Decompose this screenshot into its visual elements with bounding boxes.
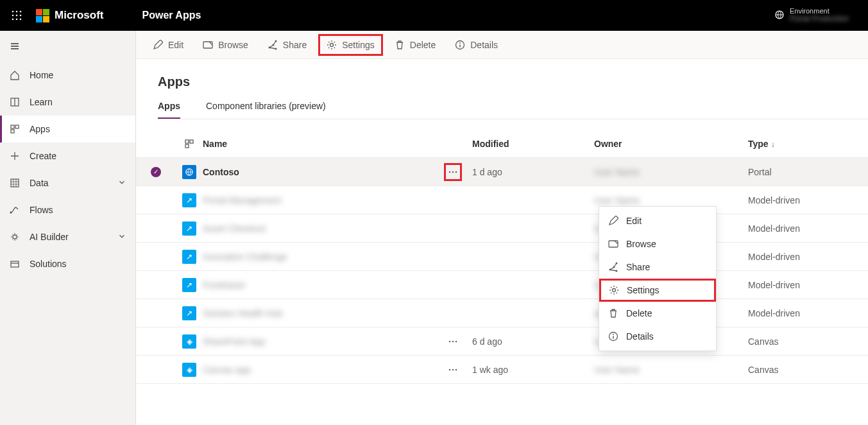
table-row[interactable]: ↗Innovation ChallengeUser NameModel-driv… — [136, 243, 868, 271]
microsoft-logo-text: Microsoft — [55, 9, 104, 22]
svg-point-28 — [20, 19, 22, 21]
svg-point-23 — [12, 15, 14, 17]
microsoft-logo[interactable]: Microsoft — [36, 9, 104, 22]
sidebar-item-label: AI Builder — [30, 232, 69, 242]
sidebar-collapse-button[interactable] — [0, 31, 135, 62]
type-cell: Portal — [748, 167, 851, 177]
sidebar-item-ai-builder[interactable]: AI Builder — [0, 223, 135, 250]
share-button[interactable]: Share — [260, 35, 314, 55]
sidebar-item-flows[interactable]: Flows — [0, 196, 135, 223]
apps-icon — [9, 123, 21, 135]
svg-point-24 — [16, 15, 18, 17]
tab-component-libraries[interactable]: Component libraries (preview) — [206, 101, 326, 119]
table-row[interactable]: ↗Portal ManagementUser NameModel-driven — [136, 186, 868, 214]
delete-button[interactable]: Delete — [387, 35, 443, 55]
button-label: Details — [470, 40, 498, 50]
column-header-owner[interactable]: Owner — [594, 139, 748, 149]
owner-cell: User Name — [594, 167, 748, 177]
app-type-icon: ↗ — [182, 306, 196, 320]
browse-button[interactable]: Browse — [195, 35, 256, 55]
button-label: Browse — [218, 40, 248, 50]
table-header: Name Modified Owner Type↓ — [136, 130, 868, 158]
menu-item-label: Edit — [626, 216, 642, 226]
details-button[interactable]: Details — [447, 35, 506, 55]
app-name[interactable]: Solution Health Hub — [203, 308, 434, 318]
tab-bar: Apps Component libraries (preview) — [158, 101, 868, 119]
menu-item-label: Browse — [626, 239, 656, 249]
more-actions-button[interactable] — [444, 333, 462, 351]
svg-point-26 — [12, 19, 14, 21]
context-browse[interactable]: Browse — [599, 232, 716, 256]
environment-icon — [774, 10, 785, 22]
app-name[interactable]: Portal Management — [203, 195, 434, 205]
hamburger-icon — [9, 40, 21, 52]
column-header-modified[interactable]: Modified — [472, 139, 594, 149]
type-cell: Model-driven — [748, 252, 851, 262]
type-cell: Model-driven — [748, 308, 851, 318]
home-icon — [9, 69, 21, 81]
plus-icon — [9, 150, 21, 162]
apps-table: Name Modified Owner Type↓ ✓Contoso1 d ag… — [136, 130, 868, 384]
menu-item-label: Delete — [626, 308, 652, 318]
context-settings[interactable]: Settings — [599, 279, 716, 302]
environment-picker[interactable]: Environment Portal Production — [774, 7, 849, 23]
context-edit[interactable]: Edit — [599, 209, 716, 232]
table-row[interactable]: ↗Solution Health HubsystemModel-driven — [136, 299, 868, 327]
app-type-icon: ◈ — [182, 363, 196, 377]
button-label: Edit — [168, 40, 183, 50]
type-cell: Canvas — [748, 336, 851, 347]
app-type-icon — [182, 165, 196, 179]
column-header-type[interactable]: Type↓ — [748, 139, 851, 149]
modified-cell: 6 d ago — [472, 336, 594, 347]
context-details[interactable]: Details — [599, 325, 716, 348]
sidebar-item-apps[interactable]: Apps — [0, 116, 135, 143]
type-cell: Model-driven — [748, 223, 851, 234]
sidebar-item-data[interactable]: Data — [0, 169, 135, 196]
sort-descending-icon: ↓ — [771, 140, 775, 149]
app-type-icon: ↗ — [182, 250, 196, 264]
owner-cell: User Name — [594, 195, 748, 205]
app-name[interactable]: SharePoint App — [203, 336, 434, 347]
settings-button[interactable]: Settings — [318, 34, 383, 56]
context-delete[interactable]: Delete — [599, 302, 716, 325]
product-name[interactable]: Power Apps — [142, 10, 201, 21]
waffle-icon[interactable] — [6, 5, 27, 26]
app-name[interactable]: Asset Checkout — [203, 223, 434, 234]
sidebar-item-solutions[interactable]: Solutions — [0, 250, 135, 277]
sidebar-item-learn[interactable]: Learn — [0, 89, 135, 116]
app-type-icon: ↗ — [182, 221, 196, 236]
button-label: Settings — [342, 40, 375, 50]
environment-name: Portal Production — [790, 15, 849, 23]
sidebar-item-label: Data — [30, 178, 49, 188]
modified-cell: 1 d ago — [472, 167, 594, 177]
table-row[interactable]: ◈SharePoint App6 d agoUser NameCanvas — [136, 327, 868, 356]
page-title: Apps — [158, 74, 868, 89]
type-cell: Model-driven — [748, 280, 851, 290]
table-row[interactable]: ↗Asset CheckoutUser NameModel-driven — [136, 214, 868, 243]
tab-apps[interactable]: Apps — [158, 101, 180, 119]
svg-point-25 — [20, 15, 22, 17]
menu-item-label: Settings — [627, 285, 660, 295]
table-row[interactable]: ◈Canvas app1 wk agoUser NameCanvas — [136, 356, 868, 384]
app-name[interactable]: Fundraiser — [203, 280, 434, 290]
app-name[interactable]: Contoso — [203, 167, 434, 177]
chevron-down-icon — [117, 178, 126, 189]
app-name[interactable]: Canvas app — [203, 365, 434, 375]
more-actions-button[interactable] — [444, 163, 462, 181]
edit-button[interactable]: Edit — [145, 35, 191, 55]
sidebar-item-create[interactable]: Create — [0, 143, 135, 169]
sidebar-item-home[interactable]: Home — [0, 62, 135, 89]
selected-checkmark-icon[interactable]: ✓ — [151, 167, 161, 177]
svg-point-21 — [16, 11, 18, 13]
data-icon — [9, 177, 21, 189]
table-row[interactable]: ✓Contoso1 d agoUser NamePortal — [136, 158, 868, 186]
app-type-icon: ↗ — [182, 193, 196, 207]
context-share[interactable]: Share — [599, 256, 716, 279]
button-label: Delete — [410, 40, 436, 50]
column-header-name[interactable]: Name — [203, 139, 434, 149]
ai-icon — [9, 231, 21, 243]
app-name[interactable]: Innovation Challenge — [203, 252, 434, 262]
more-actions-button[interactable] — [444, 361, 462, 379]
table-row[interactable]: ↗FundraiserUser NameModel-driven — [136, 271, 868, 299]
menu-item-label: Details — [626, 331, 654, 342]
